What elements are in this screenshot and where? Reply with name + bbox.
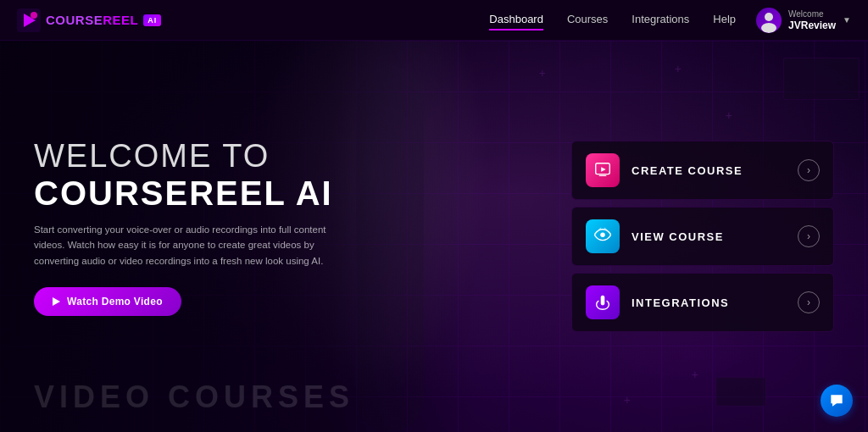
user-dropdown-chevron: ▼	[843, 15, 851, 25]
video-courses-watermark: VIDEO COURSES	[34, 379, 354, 415]
view-course-label: VIEW COURSE	[632, 230, 786, 243]
hero-description: Start converting your voice-over or audi…	[34, 222, 339, 269]
hero-section: + + + + + + WELCOME TO COURSEREEL AI Sta…	[0, 41, 868, 432]
nav-link-integrations[interactable]: Integrations	[632, 13, 689, 27]
logo: COURSEREEL AI	[17, 8, 161, 32]
nav-links: Dashboard Courses Integrations Help	[489, 13, 736, 27]
integrations-icon	[586, 285, 620, 319]
view-course-icon	[586, 219, 620, 253]
action-panel: CREATE COURSE › VIEW COURSE ›	[571, 141, 834, 332]
avatar	[756, 8, 782, 33]
create-course-card[interactable]: CREATE COURSE ›	[571, 141, 834, 200]
create-course-label: CREATE COURSE	[632, 164, 786, 177]
svg-point-2	[31, 12, 37, 19]
create-course-icon	[586, 153, 620, 187]
integrations-arrow: ›	[798, 291, 820, 313]
logo-ai-badge: AI	[143, 14, 161, 26]
user-area[interactable]: Welcome JVReview ▼	[756, 8, 851, 33]
create-course-arrow: ›	[798, 159, 820, 181]
user-info: Welcome JVReview	[788, 8, 836, 33]
demo-button-label: Watch Demo Video	[67, 296, 163, 307]
integrations-label: INTEGRATIONS	[632, 296, 786, 309]
nav-link-help[interactable]: Help	[713, 13, 736, 27]
deco-block-1	[783, 58, 860, 100]
hero-content: WELCOME TO COURSEREEL AI Start convertin…	[34, 139, 339, 316]
nav-link-dashboard[interactable]: Dashboard	[489, 13, 543, 27]
view-course-arrow: ›	[798, 225, 820, 247]
play-icon	[53, 297, 60, 306]
integrations-card[interactable]: INTEGRATIONS ›	[571, 273, 834, 332]
nav-link-courses[interactable]: Courses	[567, 13, 608, 27]
hero-brand-text: COURSEREEL AI	[34, 174, 339, 212]
chat-bubble[interactable]	[821, 385, 853, 417]
hero-welcome-text: WELCOME TO	[34, 139, 339, 174]
navbar: COURSEREEL AI Dashboard Courses Integrat…	[0, 0, 868, 41]
deco-block-2	[715, 377, 766, 407]
logo-icon	[17, 8, 41, 32]
svg-point-4	[761, 23, 776, 33]
view-course-card[interactable]: VIEW COURSE ›	[571, 207, 834, 266]
demo-video-button[interactable]: Watch Demo Video	[34, 287, 181, 316]
svg-point-3	[765, 13, 773, 21]
logo-text: COURSEREEL	[46, 13, 138, 27]
svg-point-6	[600, 232, 605, 237]
